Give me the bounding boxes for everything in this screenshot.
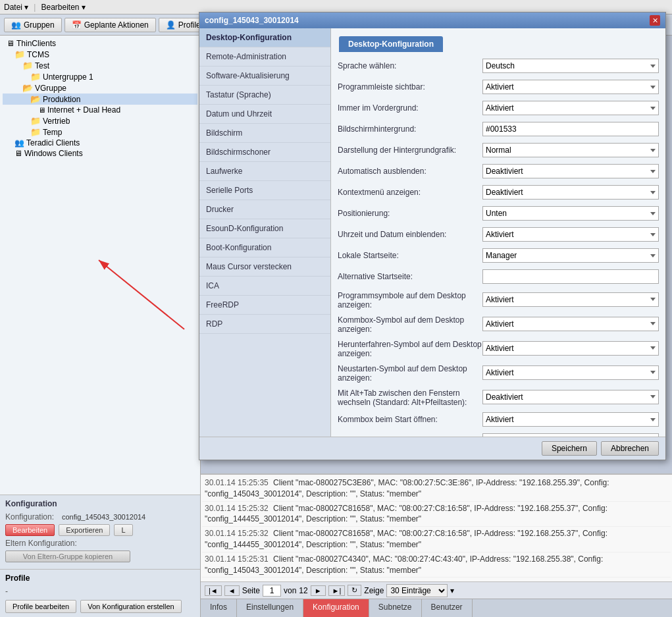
content-tab-label: Desktop-Konfiguration xyxy=(339,36,443,52)
nav-item-laufwerke[interactable]: Laufwerke xyxy=(199,162,330,181)
nav-item-serielle[interactable]: Serielle Ports xyxy=(199,181,330,200)
alt-startseite-input[interactable] xyxy=(482,269,659,284)
alt-startseite-control xyxy=(482,269,659,284)
ausblenden-control: DeaktiviertAktiviert xyxy=(482,164,659,178)
herunterfahren-label: Herunterfahren-Symbol auf dem Desktop an… xyxy=(338,338,482,358)
startseite-label: Lokale Startseite: xyxy=(338,251,482,260)
nav-item-boot[interactable]: Boot-Konfiguration xyxy=(199,238,330,257)
nav-item-bildschirm[interactable]: Bildschirm xyxy=(199,124,330,143)
form-row-alt-startseite: Alternative Startseite: xyxy=(338,268,659,285)
hintergrund-label: Bildschirmhintergrund: xyxy=(338,124,482,134)
speaker-select[interactable]: DeaktiviertAktiviert xyxy=(482,433,659,437)
modal-footer: Speichern Abbrechen xyxy=(199,437,665,460)
positionierung-control: UntenOben xyxy=(482,206,659,221)
nav-item-tastatur[interactable]: Tastatur (Sprache) xyxy=(199,86,330,105)
nav-item-drucker[interactable]: Drucker xyxy=(199,200,330,219)
hintergrund-input[interactable] xyxy=(482,122,659,136)
config-modal: config_145043_30012014 ✕ Desktop-Konfigu… xyxy=(199,12,666,460)
hintergrund-control xyxy=(482,122,659,136)
arrow-indicator xyxy=(0,0,201,408)
form-row-hintergrund: Bildschirmhintergrund: xyxy=(338,121,659,138)
modal-body: Desktop-Konfiguration Remote-Administrat… xyxy=(199,28,665,437)
kommbox-start-label: Kommbox beim Start öffnen: xyxy=(338,415,482,424)
form-row-darstellung: Darstellung der Hintergrundgrafik: Norma… xyxy=(338,142,659,159)
modal-title: config_145043_30012014 xyxy=(205,16,299,25)
form-row-vordergrund: Immer im Vordergrund: AktiviertDeaktivie… xyxy=(338,99,659,117)
nav-item-remote[interactable]: Remote-Administration xyxy=(199,47,330,67)
form-row-herunterfahren: Herunterfahren-Symbol auf dem Desktop an… xyxy=(338,338,659,358)
nav-item-software[interactable]: Software-Aktualisierung xyxy=(199,67,330,86)
modal-nav: Desktop-Konfiguration Remote-Administrat… xyxy=(199,28,331,437)
kommbox-start-select[interactable]: AktiviertDeaktiviert xyxy=(482,412,659,427)
neustarten-label: Neustarten-Symbol auf dem Desktop anzeig… xyxy=(338,362,482,383)
nav-item-datum[interactable]: Datum und Uhrzeit xyxy=(199,105,330,124)
kontextmenu-control: DeaktiviertAktiviert xyxy=(482,185,659,200)
neustarten-select[interactable]: AktiviertDeaktiviert xyxy=(482,365,659,380)
vordergrund-select[interactable]: AktiviertDeaktiviert xyxy=(482,101,659,115)
startseite-select[interactable]: ManagerBrowser xyxy=(482,248,659,263)
kommbox-symbol-control: AktiviertDeaktiviert xyxy=(482,317,659,331)
form-row-ausblenden: Automatisch ausblenden: DeaktiviertAktiv… xyxy=(338,163,659,180)
kommbox-symbol-select[interactable]: AktiviertDeaktiviert xyxy=(482,317,659,331)
modal-form: Sprache wählen: DeutschEnglish Programml… xyxy=(331,52,665,437)
nav-item-ica[interactable]: ICA xyxy=(199,277,330,296)
programmleiste-select[interactable]: AktiviertDeaktiviert xyxy=(482,80,659,94)
speaker-label: Speaker aktivieren: xyxy=(338,436,482,437)
form-row-alttab: Mit Alt+Tab zwischen den Fenstern wechse… xyxy=(338,387,659,407)
programmsymbole-select[interactable]: AktiviertDeaktiviert xyxy=(482,292,659,307)
kommbox-symbol-label: Kommbox-Symbol auf dem Desktop anzeigen: xyxy=(338,313,482,334)
form-row-programmsymbole: Programmsymbole auf dem Desktop anzeigen… xyxy=(338,289,659,309)
ausblenden-select[interactable]: DeaktiviertAktiviert xyxy=(482,164,659,178)
startseite-control: ManagerBrowser xyxy=(482,248,659,263)
svg-line-1 xyxy=(99,260,184,329)
kontextmenu-label: Kontextmenü anzeigen: xyxy=(338,188,482,197)
nav-item-desktop[interactable]: Desktop-Konfiguration xyxy=(199,28,330,47)
darstellung-select[interactable]: NormalZentriertKacheln xyxy=(482,143,659,157)
kommbox-start-control: AktiviertDeaktiviert xyxy=(482,412,659,427)
form-row-kommbox-start: Kommbox beim Start öffnen: AktiviertDeak… xyxy=(338,411,659,428)
darstellung-control: NormalZentriertKacheln xyxy=(482,143,659,157)
uhrzeit-label: Uhrzeit und Datum einblenden: xyxy=(338,230,482,239)
herunterfahren-select[interactable]: AktiviertDeaktiviert xyxy=(482,341,659,356)
nav-item-esound[interactable]: EsounD-Konfiguration xyxy=(199,219,330,238)
alttab-label: Mit Alt+Tab zwischen den Fenstern wechse… xyxy=(338,387,482,407)
alt-startseite-label: Alternative Startseite: xyxy=(338,272,482,281)
modal-close-button[interactable]: ✕ xyxy=(650,15,660,26)
nav-item-freerdp[interactable]: FreeRDP xyxy=(199,296,330,315)
form-row-startseite: Lokale Startseite: ManagerBrowser xyxy=(338,247,659,264)
form-row-sprache: Sprache wählen: DeutschEnglish xyxy=(338,57,659,74)
programmsymbole-label: Programmsymbole auf dem Desktop anzeigen… xyxy=(338,289,482,309)
form-row-kontextmenu: Kontextmenü anzeigen: DeaktiviertAktivie… xyxy=(338,184,659,201)
sprache-label: Sprache wählen: xyxy=(338,61,482,70)
uhrzeit-select[interactable]: AktiviertDeaktiviert xyxy=(482,227,659,242)
sprache-control: DeutschEnglish xyxy=(482,59,659,73)
alttab-control: DeaktiviertAktiviert xyxy=(482,390,659,404)
form-row-speaker: Speaker aktivieren: DeaktiviertAktiviert xyxy=(338,432,659,437)
nav-item-bildschirmschoner[interactable]: Bildschirmschoner xyxy=(199,143,330,162)
form-row-uhrzeit: Uhrzeit und Datum einblenden: AktiviertD… xyxy=(338,226,659,243)
neustarten-control: AktiviertDeaktiviert xyxy=(482,365,659,380)
kontextmenu-select[interactable]: DeaktiviertAktiviert xyxy=(482,185,659,200)
form-row-kommbox-symbol: Kommbox-Symbol auf dem Desktop anzeigen:… xyxy=(338,313,659,334)
abbrechen-button[interactable]: Abbrechen xyxy=(601,441,659,456)
vordergrund-label: Immer im Vordergrund: xyxy=(338,103,482,113)
speichern-button[interactable]: Speichern xyxy=(542,441,597,456)
positionierung-select[interactable]: UntenOben xyxy=(482,206,659,221)
form-row-programmleiste: Programmleiste sichtbar: AktiviertDeakti… xyxy=(338,78,659,95)
speaker-control: DeaktiviertAktiviert xyxy=(482,433,659,437)
nav-item-rdp[interactable]: RDP xyxy=(199,315,330,334)
modal-content: Desktop-Konfiguration Sprache wählen: De… xyxy=(331,28,665,437)
nav-item-maus[interactable]: Maus Cursor verstecken xyxy=(199,257,330,277)
vordergrund-control: AktiviertDeaktiviert xyxy=(482,101,659,115)
programmsymbole-control: AktiviertDeaktiviert xyxy=(482,292,659,307)
modal-overlay: config_145043_30012014 ✕ Desktop-Konfigu… xyxy=(0,0,672,617)
modal-header: config_145043_30012014 ✕ xyxy=(199,13,665,28)
programmleiste-control: AktiviertDeaktiviert xyxy=(482,80,659,94)
form-row-positionierung: Positionierung: UntenOben xyxy=(338,205,659,222)
alttab-select[interactable]: DeaktiviertAktiviert xyxy=(482,390,659,404)
positionierung-label: Positionierung: xyxy=(338,209,482,218)
ausblenden-label: Automatisch ausblenden: xyxy=(338,167,482,176)
form-row-neustarten: Neustarten-Symbol auf dem Desktop anzeig… xyxy=(338,362,659,383)
herunterfahren-control: AktiviertDeaktiviert xyxy=(482,341,659,356)
sprache-select[interactable]: DeutschEnglish xyxy=(482,59,659,73)
